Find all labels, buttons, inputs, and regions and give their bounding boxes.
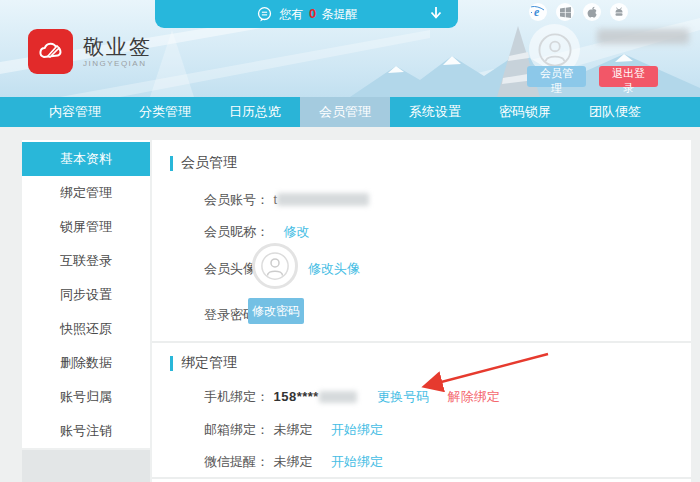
sidebar-item-binding-manage[interactable]: 绑定管理 (22, 176, 150, 210)
logo-text: 敬业签 JINGYEQIAN (83, 35, 152, 68)
email-binding-status: 未绑定 (273, 422, 312, 437)
main-panel: 会员管理 会员账号： t 会员昵称： 修改 会员头像： 修改头像 登录密码： 修… (152, 140, 691, 482)
notification-text: 您有 0 条提醒 (280, 6, 358, 23)
main-nav: 内容管理 分类管理 日历总览 会员管理 系统设置 密码锁屏 团队便签 (0, 97, 700, 127)
page: 敬业签 JINGYEQIAN 您有 0 条提醒 (0, 0, 700, 482)
nav-tab-team-notes[interactable]: 团队便签 (570, 97, 660, 127)
phone-binding-label: 手机绑定： (204, 389, 269, 404)
app-title: 敬业签 (83, 35, 152, 59)
change-password-button[interactable]: 修改密码 (248, 298, 304, 324)
nav-tab-password-lock[interactable]: 密码锁屏 (480, 97, 570, 127)
nav-tab-content-manage[interactable]: 内容管理 (30, 97, 120, 127)
sidebar-item-delete-data[interactable]: 删除数据 (22, 346, 150, 380)
start-wechat-binding-link[interactable]: 开始绑定 (331, 454, 383, 469)
sidebar-item-snapshot-restore[interactable]: 快照还原 (22, 312, 150, 346)
section-accent-bar (170, 156, 173, 171)
account-row: 会员账号： t (204, 190, 369, 209)
header: 敬业签 JINGYEQIAN 您有 0 条提醒 (0, 0, 700, 97)
avatar-edit-link[interactable]: 修改头像 (308, 260, 360, 278)
message-bubble-icon (256, 6, 273, 23)
windows-icon[interactable] (556, 3, 574, 21)
wechat-reminder-label: 微信提醒： (204, 454, 269, 469)
section-accent-bar (170, 356, 173, 371)
nickname-label: 会员昵称： (204, 224, 269, 239)
nav-tab-system-settings[interactable]: 系统设置 (390, 97, 480, 127)
sidebar-item-basic-info[interactable]: 基本资料 (22, 142, 150, 176)
app-subtitle: JINGYEQIAN (83, 59, 152, 68)
nav-tab-member-manage[interactable]: 会员管理 (300, 97, 390, 127)
sidebar-shadow (22, 450, 150, 482)
sidebar: 基本资料 绑定管理 锁屏管理 互联登录 同步设置 快照还原 删除数据 账号归属 … (22, 140, 150, 448)
logo: 敬业签 JINGYEQIAN (28, 29, 152, 74)
wechat-binding-status: 未绑定 (273, 454, 312, 469)
email-binding-label: 邮箱绑定： (204, 422, 269, 437)
nav-tab-category-manage[interactable]: 分类管理 (120, 97, 210, 127)
nickname-edit-link[interactable]: 修改 (283, 224, 309, 239)
logout-button[interactable]: 退出登录 (599, 66, 658, 87)
sidebar-item-linked-login[interactable]: 互联登录 (22, 244, 150, 278)
username-blurred (597, 29, 689, 44)
sidebar-item-lockscreen-manage[interactable]: 锁屏管理 (22, 210, 150, 244)
member-avatar[interactable] (252, 243, 298, 289)
sidebar-item-account-ownership[interactable]: 账号归属 (22, 380, 150, 414)
account-label: 会员账号： (204, 192, 269, 207)
account-value-blurred (277, 193, 369, 206)
member-manage-button[interactable]: 会员管理 (527, 66, 586, 87)
platform-download-icons: e (529, 3, 628, 21)
nav-tab-calendar-overview[interactable]: 日历总览 (210, 97, 300, 127)
ie-browser-icon[interactable]: e (529, 3, 547, 21)
apple-icon[interactable] (583, 3, 601, 21)
start-email-binding-link[interactable]: 开始绑定 (331, 422, 383, 437)
nickname-row: 会员昵称： 修改 (204, 222, 309, 241)
section-divider (152, 341, 691, 343)
sidebar-item-account-cancel[interactable]: 账号注销 (22, 414, 150, 448)
notification-count: 0 (307, 6, 318, 21)
phone-number-blurred (319, 391, 357, 403)
download-arrow-icon[interactable] (428, 5, 444, 21)
binding-section-title: 绑定管理 (170, 354, 237, 372)
phone-binding-row: 手机绑定： 158**** 更换号码 解除绑定 (204, 387, 500, 406)
member-section-title: 会员管理 (170, 154, 237, 172)
change-phone-link[interactable]: 更换号码 (377, 389, 429, 404)
section-divider (152, 477, 691, 479)
email-binding-row: 邮箱绑定： 未绑定 开始绑定 (204, 420, 383, 439)
unbind-phone-link[interactable]: 解除绑定 (448, 389, 500, 404)
wechat-reminder-row: 微信提醒： 未绑定 开始绑定 (204, 452, 383, 471)
sidebar-item-sync-settings[interactable]: 同步设置 (22, 278, 150, 312)
jingyeqian-cloud-logo-icon (28, 29, 73, 74)
android-icon[interactable] (610, 3, 628, 21)
notification-bar[interactable]: 您有 0 条提醒 (155, 0, 458, 28)
phone-number-value: 158**** (273, 389, 318, 404)
